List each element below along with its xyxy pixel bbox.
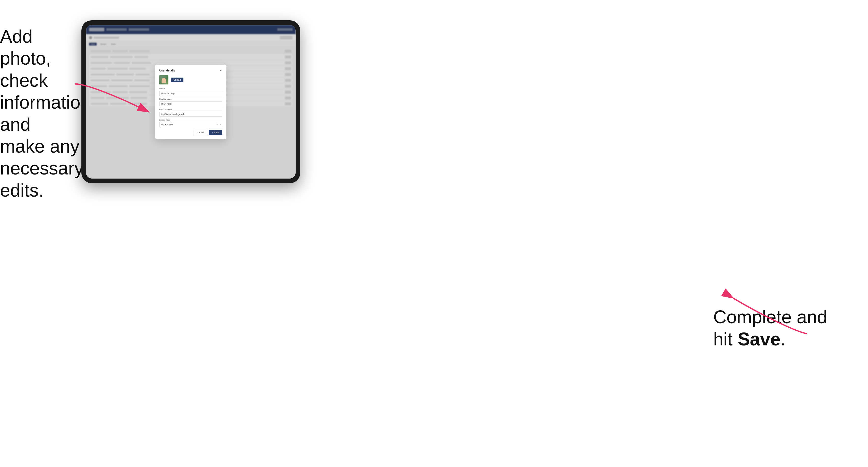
arrow-right-indicator bbox=[728, 293, 809, 340]
modal-footer: Cancel ↑ Save bbox=[159, 130, 222, 135]
name-label: Name bbox=[159, 88, 222, 90]
photo-section: Upload bbox=[159, 75, 222, 85]
annotation-left: Add photo, check information and make an… bbox=[0, 25, 82, 201]
photo-thumb-image bbox=[159, 75, 168, 85]
save-icon: ↑ bbox=[212, 131, 213, 134]
user-details-modal: User details × Upload Name Dis bbox=[155, 65, 226, 139]
select-clear-icon[interactable]: × bbox=[216, 123, 218, 126]
save-button[interactable]: ↑ Save bbox=[209, 130, 222, 135]
chevron-down-icon: ▾ bbox=[220, 123, 221, 125]
email-label: Email address bbox=[159, 108, 222, 111]
arrow-left-indicator bbox=[72, 79, 154, 126]
school-year-label: School Year bbox=[159, 119, 222, 121]
name-field-group: Name bbox=[159, 88, 222, 96]
display-name-input[interactable] bbox=[159, 101, 222, 106]
modal-header: User details × bbox=[159, 69, 222, 72]
email-field-group: Email address bbox=[159, 108, 222, 117]
upload-button[interactable]: Upload bbox=[171, 77, 183, 82]
modal-close-button[interactable]: × bbox=[219, 69, 222, 72]
display-name-field-group: Display name bbox=[159, 98, 222, 106]
photo-thumbnail bbox=[159, 75, 168, 85]
school-year-field-group: School Year × ▾ bbox=[159, 119, 222, 127]
school-year-select-wrapper: × ▾ bbox=[159, 122, 222, 127]
display-name-label: Display name bbox=[159, 98, 222, 100]
school-year-input[interactable] bbox=[159, 122, 222, 127]
name-input[interactable] bbox=[159, 91, 222, 96]
email-input[interactable] bbox=[159, 112, 222, 117]
modal-title: User details bbox=[159, 69, 175, 72]
cancel-button[interactable]: Cancel bbox=[194, 130, 207, 135]
